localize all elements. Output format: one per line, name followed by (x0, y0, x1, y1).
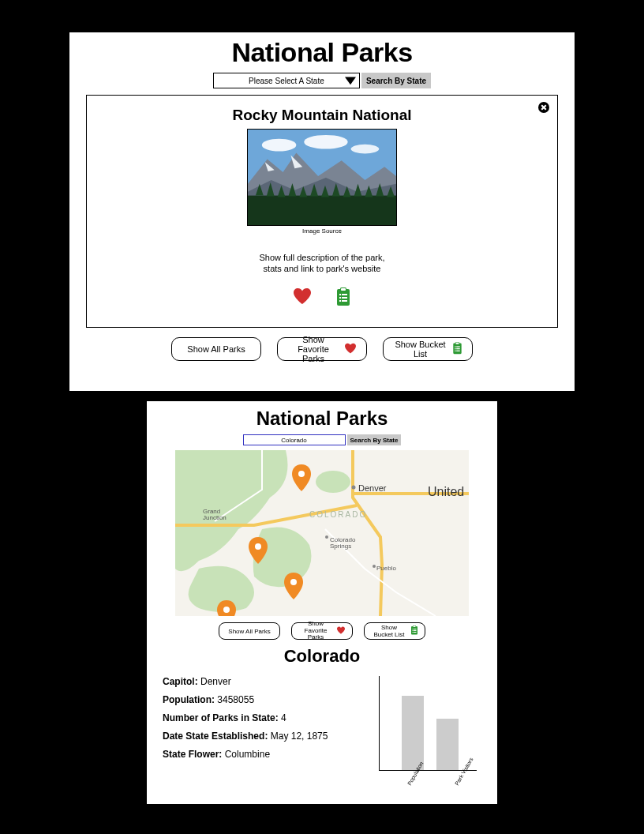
close-icon[interactable] (538, 102, 549, 116)
filter-button-row: Show All Parks Show Favorite Parks Show … (69, 337, 575, 361)
show-all-parks-button[interactable]: Show All Parks (219, 622, 280, 640)
show-all-parks-button[interactable]: Show All Parks (171, 337, 261, 361)
svg-point-50 (373, 565, 376, 568)
clipboard-icon (452, 342, 462, 356)
desc-line: Show full description of the park, (87, 252, 557, 263)
heart-icon (344, 343, 357, 355)
button-label: Show All Parks (187, 344, 245, 354)
svg-rect-54 (413, 629, 414, 629)
page-title: National Parks (69, 37, 575, 68)
heart-icon[interactable] (293, 287, 312, 310)
search-row: Colorado Search By State (147, 434, 497, 445)
svg-point-47 (223, 607, 230, 613)
svg-point-49 (325, 535, 328, 539)
park-title: Rocky Mountain National (87, 107, 557, 124)
button-label: Show Favorite Parks (287, 335, 339, 363)
svg-rect-58 (413, 632, 414, 633)
svg-marker-0 (345, 77, 356, 85)
chart-x-labels: Population Park Visitors (379, 772, 481, 778)
svg-rect-55 (414, 629, 417, 629)
card-icon-row (87, 287, 557, 310)
chart-x-label: Park Visitors (454, 776, 462, 786)
image-source-link[interactable]: Image Source (87, 227, 557, 235)
state-select[interactable]: Please Select A State (213, 73, 360, 88)
page-title: National Parks (147, 408, 497, 430)
svg-rect-59 (414, 632, 417, 633)
info-row-population: Population: 3458055 (163, 694, 379, 705)
svg-rect-35 (456, 343, 459, 344)
svg-rect-56 (413, 630, 414, 631)
state-info-block: Capitol: Denver Population: 3458055 Numb… (147, 676, 497, 778)
info-value: 3458055 (215, 694, 254, 705)
state-select-placeholder: Please Select A State (249, 77, 324, 85)
svg-point-46 (290, 579, 297, 585)
clipboard-icon[interactable] (335, 287, 351, 310)
chart-x-label: Population (406, 776, 415, 786)
map-label-united: United (428, 485, 464, 498)
desc-line: stats and link to park's website (87, 263, 557, 274)
svg-point-3 (262, 139, 297, 152)
search-row: Please Select A State Search By State (69, 73, 575, 88)
heart-icon (336, 626, 346, 636)
show-bucket-list-button[interactable]: Show Bucket List (383, 337, 473, 361)
info-row-established: Date State Established: May 12, 1875 (163, 731, 379, 742)
map-label-state: COLORADO (309, 510, 367, 519)
svg-point-44 (298, 471, 305, 477)
park-image (247, 129, 397, 226)
state-info-list: Capitol: Denver Population: 3458055 Numb… (163, 676, 379, 778)
svg-rect-39 (456, 348, 460, 349)
svg-rect-37 (456, 346, 460, 347)
park-description: Show full description of the park, stats… (87, 252, 557, 275)
svg-rect-40 (455, 351, 455, 351)
svg-rect-10 (248, 196, 396, 225)
button-label: Show All Parks (228, 628, 270, 635)
button-label: Show Favorite Parks (298, 621, 333, 641)
state-results-view: National Parks Colorado Search By State (147, 401, 497, 804)
info-value: 4 (279, 712, 286, 723)
park-card: Rocky Mountain National (86, 95, 558, 328)
chart-bar (402, 696, 424, 770)
map-label-denver: Denver (358, 483, 387, 493)
svg-rect-38 (455, 348, 455, 349)
info-label: Population: (163, 694, 215, 705)
state-map[interactable]: Denver GrandJunction COLORADO ColoradoSp… (175, 450, 469, 616)
svg-rect-29 (339, 297, 341, 299)
info-label: Capitol: (163, 676, 198, 687)
map-label-pueblo: Pueblo (376, 565, 396, 572)
search-by-state-button[interactable]: Search By State (361, 73, 431, 88)
svg-rect-53 (414, 626, 416, 628)
svg-rect-36 (455, 346, 455, 347)
info-value: Denver (198, 676, 231, 687)
svg-point-5 (351, 145, 380, 154)
show-bucket-list-button[interactable]: Show Bucket List (364, 622, 425, 640)
svg-rect-31 (339, 300, 341, 302)
svg-rect-28 (342, 294, 347, 295)
svg-rect-27 (339, 294, 341, 295)
svg-point-45 (255, 543, 261, 550)
chart-bar (436, 719, 459, 770)
info-label: Number of Parks in State: (163, 712, 279, 723)
button-label: Show Bucket List (371, 624, 407, 638)
svg-rect-32 (342, 300, 347, 302)
info-value: Columbine (222, 749, 270, 760)
info-value: May 12, 1875 (268, 731, 328, 742)
show-favorite-parks-button[interactable]: Show Favorite Parks (291, 622, 353, 640)
state-chart: Population Park Visitors (379, 676, 481, 778)
info-label: Date State Established: (163, 731, 268, 742)
svg-point-4 (304, 135, 347, 149)
svg-point-48 (352, 486, 356, 490)
search-by-state-button[interactable]: Search By State (347, 434, 402, 445)
svg-rect-26 (341, 288, 346, 291)
show-favorite-parks-button[interactable]: Show Favorite Parks (277, 337, 367, 361)
chevron-down-icon (345, 76, 356, 88)
clipboard-icon (410, 626, 418, 637)
svg-rect-41 (456, 351, 460, 351)
state-select[interactable]: Colorado (243, 434, 346, 445)
filter-button-row: Show All Parks Show Favorite Parks Show … (147, 622, 497, 640)
svg-rect-30 (342, 297, 347, 299)
info-label: State Flower: (163, 749, 222, 760)
svg-point-43 (316, 471, 350, 493)
park-detail-view: National Parks Please Select A State Sea… (69, 32, 575, 391)
state-select-value: Colorado (281, 437, 306, 444)
info-row-flower: State Flower: Columbine (163, 749, 379, 760)
